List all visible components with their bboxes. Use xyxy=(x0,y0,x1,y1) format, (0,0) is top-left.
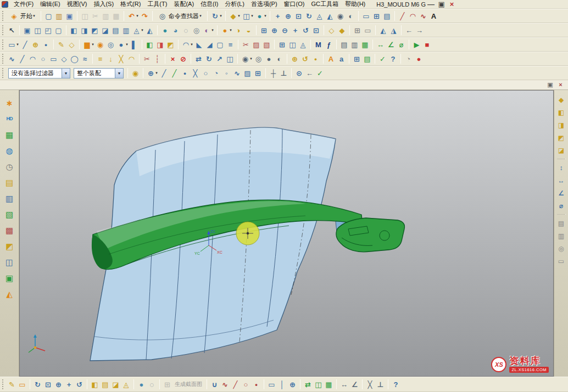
cascade-windows-icon[interactable]: ▣ xyxy=(22,25,32,36)
measure-angle-icon[interactable]: ∠ xyxy=(386,39,396,50)
restore-window-icon[interactable]: ▣ xyxy=(436,0,447,10)
repeat-command-dropdown-arrow[interactable]: ▾ xyxy=(219,14,223,18)
note-right-icon[interactable]: ▤ xyxy=(556,218,567,228)
type-filter-combo[interactable]: 没有选择过滤器 ▼ xyxy=(8,68,70,79)
constraint-snap-icon[interactable]: ⊥ xyxy=(279,68,289,79)
annotation-icon[interactable]: A xyxy=(326,53,336,64)
sketch-in-task-icon[interactable]: ◇ xyxy=(66,39,77,50)
graphics-canvas[interactable]: ZC YC XC xyxy=(20,91,553,376)
profile-curve-icon[interactable]: ∿ xyxy=(7,53,17,64)
pan-icon[interactable]: + xyxy=(290,25,300,36)
ellipse-curve-icon[interactable]: ◯ xyxy=(69,53,80,64)
help-bottom-icon[interactable]: ? xyxy=(391,379,401,390)
circle-curve-icon[interactable]: ○ xyxy=(38,53,48,64)
hide-object-icon[interactable]: ◎ xyxy=(253,53,264,64)
bridge-curve-icon[interactable]: ◠ xyxy=(126,53,137,64)
isometric-view-dropdown-arrow[interactable]: ▾ xyxy=(140,28,144,32)
text-note-icon[interactable]: M xyxy=(313,39,324,50)
intersect-icon[interactable]: ◩ xyxy=(165,39,176,50)
refresh-display-icon[interactable]: ↻ xyxy=(32,379,43,390)
print-icon[interactable]: ◫ xyxy=(80,10,90,21)
assembly-view-dropdown-arrow[interactable]: ▾ xyxy=(250,14,254,18)
sketch-quick-icon[interactable]: ✎ xyxy=(7,379,17,390)
arc-center-snap-icon[interactable]: ○ xyxy=(201,68,211,79)
spline-bottom-icon[interactable]: ∿ xyxy=(220,379,230,390)
menu-item[interactable]: 工具(T) xyxy=(144,0,170,8)
play-animation-icon[interactable]: ▶ xyxy=(411,39,422,50)
mirror-feature-icon[interactable]: ◫ xyxy=(287,39,298,50)
shaded-with-edges-icon[interactable]: ● xyxy=(160,25,170,36)
wcs-rotate-icon[interactable]: ↺ xyxy=(300,53,310,64)
back-view-icon[interactable]: ◨ xyxy=(79,25,90,36)
web-browser-icon[interactable]: ◍ xyxy=(2,144,16,156)
measure-diameter-icon[interactable]: ⌀ xyxy=(396,39,406,50)
zoom-out-icon[interactable]: ⊖ xyxy=(280,25,290,36)
snap-point-dropdown-arrow[interactable]: ▾ xyxy=(154,71,159,75)
control-point-snap-icon[interactable]: • xyxy=(180,68,190,79)
confirm-selection-icon[interactable]: ✓ xyxy=(315,68,325,79)
animation-navigator-icon[interactable]: ▦ xyxy=(2,128,16,141)
line-curve-icon[interactable]: ╱ xyxy=(17,53,27,64)
customize-icon[interactable]: ◔ xyxy=(403,53,414,64)
open-file-icon[interactable]: ▥ xyxy=(54,10,64,21)
new-viewport-icon[interactable]: ▢ xyxy=(53,25,64,36)
rotate-view-icon[interactable]: ↻ xyxy=(304,10,314,21)
user-tools-icon[interactable]: ◭ xyxy=(2,288,16,300)
redo-icon[interactable]: ↷ xyxy=(140,10,150,21)
menu-item[interactable]: 分析(L) xyxy=(221,0,247,8)
zoom-bottom-icon[interactable]: ⊕ xyxy=(53,379,64,390)
bracket-part[interactable] xyxy=(336,218,405,252)
shaded-display-dropdown-arrow[interactable]: ▾ xyxy=(263,14,268,18)
studio-render-dropdown-arrow[interactable]: ▾ xyxy=(210,28,215,32)
paste-icon[interactable]: ▦ xyxy=(111,10,121,21)
label-right-icon[interactable]: ▥ xyxy=(556,231,567,241)
fit-icon[interactable]: ⊡ xyxy=(311,25,321,36)
top-cube-right-icon[interactable]: ◨ xyxy=(556,120,567,130)
wcs-dynamics-icon[interactable]: ⊕ xyxy=(289,53,300,64)
new-file-icon[interactable]: ▢ xyxy=(43,10,54,21)
line-bottom-icon[interactable]: ╱ xyxy=(230,379,241,390)
restore-part-window-icon[interactable]: ▣ xyxy=(545,81,555,89)
side-cube-right-icon[interactable]: ◩ xyxy=(556,132,567,143)
measure-bottom-icon[interactable]: ↔ xyxy=(339,379,349,390)
right-view-bottom-icon[interactable]: ◪ xyxy=(110,379,121,390)
angle-dim-right-icon[interactable]: ∠ xyxy=(556,188,567,198)
shaded-icon[interactable]: ◕ xyxy=(170,25,181,36)
bom-list-icon[interactable]: ▤ xyxy=(362,53,372,64)
toolbar-grip[interactable] xyxy=(2,25,4,35)
project-curve-icon[interactable]: ↓ xyxy=(105,53,116,64)
right-view-icon[interactable]: ◪ xyxy=(100,25,110,36)
undo-dropdown-arrow[interactable]: ▾ xyxy=(135,14,140,18)
rotate-object-icon[interactable]: ↻ xyxy=(204,53,214,64)
orient-wcs-icon[interactable]: ◇ xyxy=(326,25,337,36)
iso-cube-right-icon[interactable]: ◆ xyxy=(556,94,567,105)
datum-right-icon[interactable]: ▭ xyxy=(556,256,567,266)
trim-body-icon[interactable]: ✂ xyxy=(241,39,251,50)
close-part-window-icon[interactable]: × xyxy=(555,81,566,89)
arc-tool-icon[interactable]: ◠ xyxy=(408,10,418,21)
start-menu-button[interactable]: ◈ 开始 ▾ xyxy=(7,10,38,21)
front-cube-right-icon[interactable]: ◧ xyxy=(556,107,567,117)
minimize-window-icon[interactable]: — xyxy=(426,0,436,10)
face-analysis-icon[interactable]: ◑ xyxy=(233,25,243,36)
left-view-icon[interactable]: ◩ xyxy=(90,25,100,36)
axis-bottom-icon[interactable]: │ xyxy=(277,379,287,390)
stop-animation-icon[interactable]: ■ xyxy=(422,39,432,50)
end-point-snap-icon[interactable]: ╱ xyxy=(159,68,169,79)
magnify-cursor-icon[interactable]: ⊙ xyxy=(294,68,304,79)
part-navigator-icon[interactable]: ▧ xyxy=(2,208,16,220)
hd3d-tools-icon[interactable]: HD xyxy=(2,113,16,125)
show-object-icon[interactable]: ● xyxy=(264,53,274,64)
menu-item[interactable]: GC工具箱 xyxy=(308,0,342,8)
menu-item[interactable]: 信息(I) xyxy=(197,0,221,8)
thread-icon[interactable]: ≡ xyxy=(225,39,236,50)
rotate-icon[interactable]: ↺ xyxy=(300,25,311,36)
reuse-library-icon[interactable]: ▩ xyxy=(2,224,16,236)
type-filter-dropdown-button[interactable]: ▼ xyxy=(62,69,70,78)
roles-icon[interactable]: ∗ xyxy=(2,97,16,109)
split-body-icon[interactable]: ▨ xyxy=(251,39,261,50)
top-view-bottom-icon[interactable]: ▤ xyxy=(100,379,110,390)
fit-view-icon[interactable]: ⊡ xyxy=(293,10,304,21)
unite-curve-icon[interactable]: ∪ xyxy=(209,379,220,390)
back-cube-right-icon[interactable]: ◪ xyxy=(556,145,567,155)
